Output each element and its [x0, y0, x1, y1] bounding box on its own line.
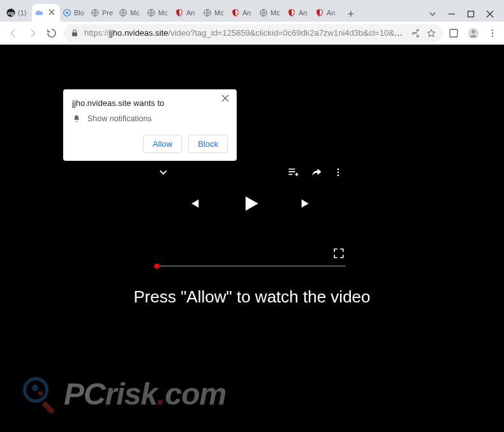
watermark-text: PCrisk.com: [64, 376, 226, 412]
tab-title: An: [327, 9, 335, 17]
tab-title: Mc: [214, 9, 224, 17]
shield-favicon: [231, 8, 240, 17]
progress-bar[interactable]: [154, 265, 346, 267]
tab-title: Blo: [74, 9, 84, 17]
chevron-down-icon[interactable]: [429, 10, 436, 18]
tab-title: Mc: [158, 9, 168, 17]
close-icon[interactable]: [221, 94, 230, 103]
svg-rect-10: [72, 32, 77, 36]
tab-9[interactable]: Mc: [256, 4, 285, 22]
cloud-favicon: [34, 8, 43, 17]
toolbar: https://jjho.nvideas.site/video?tag_id=1…: [0, 22, 504, 45]
shield-favicon: [175, 8, 184, 17]
chevron-down-icon[interactable]: [157, 166, 170, 179]
reload-button[interactable]: [45, 26, 59, 40]
new-tab-button[interactable]: +: [343, 6, 359, 22]
address-bar[interactable]: https://jjho.nvideas.site/video?tag_id=1…: [64, 24, 443, 42]
allow-button[interactable]: Allow: [143, 135, 182, 153]
tab-title: (1): [18, 9, 26, 17]
watermark-dot: .: [157, 376, 165, 412]
forward-button[interactable]: [26, 26, 40, 40]
share-forward-icon[interactable]: [310, 166, 323, 179]
maximize-icon[interactable]: [467, 10, 475, 18]
svg-point-13: [471, 29, 475, 33]
toolbar-right: [448, 27, 498, 40]
tab-title: Pre: [102, 9, 113, 17]
instruction-text: Press "Allow" to watch the video: [0, 287, 504, 307]
svg-point-3: [66, 11, 68, 14]
page-content: Press "Allow" to watch the video jjho.nv…: [0, 45, 504, 432]
tabs-row: og (1) Blo Pre: [0, 0, 419, 22]
tab-6[interactable]: An: [172, 4, 200, 22]
tab-title: An: [186, 9, 195, 17]
tab-1-active[interactable]: [32, 4, 60, 22]
shield-favicon: [287, 8, 296, 17]
tab-8[interactable]: An: [228, 4, 256, 22]
lock-icon: [70, 29, 79, 38]
player-controls: [154, 193, 346, 214]
menu-dots-icon[interactable]: [487, 28, 498, 38]
svg-text:og: og: [8, 10, 14, 16]
notif-message: Show notifications: [87, 114, 152, 123]
svg-rect-9: [468, 11, 474, 17]
svg-point-17: [337, 168, 339, 170]
minimize-icon[interactable]: [448, 10, 456, 18]
notification-prompt: jjho.nvideas.site wants to Show notifica…: [63, 89, 237, 161]
globe-blue-favicon: [63, 8, 71, 17]
watermark-com: com: [165, 376, 226, 412]
video-player[interactable]: [154, 166, 346, 267]
globe-favicon: [91, 8, 100, 17]
watermark-risk: risk: [105, 376, 157, 412]
progress-handle[interactable]: [154, 264, 159, 269]
back-button[interactable]: [6, 26, 20, 40]
svg-rect-11: [450, 29, 457, 37]
magnifier-icon: [22, 376, 57, 412]
tab-11[interactable]: An: [313, 4, 341, 22]
watermark: PCrisk.com: [22, 376, 226, 412]
og-favicon: og: [6, 8, 15, 17]
star-icon[interactable]: [426, 28, 436, 38]
window-controls: [419, 10, 504, 22]
plus-icon: +: [348, 8, 355, 21]
tab-title: Mc: [130, 9, 140, 17]
block-button[interactable]: Block: [188, 135, 228, 153]
url-prefix: https://: [84, 28, 109, 38]
globe-favicon: [203, 8, 212, 17]
shield-favicon: [315, 8, 324, 17]
tab-2[interactable]: Blo: [60, 4, 88, 22]
svg-point-18: [337, 172, 339, 174]
notif-buttons: Allow Block: [72, 135, 228, 153]
close-tab-icon[interactable]: [48, 9, 56, 17]
tab-title: An: [242, 9, 251, 17]
play-icon[interactable]: [239, 193, 261, 214]
extensions-icon[interactable]: [448, 27, 459, 39]
tab-5[interactable]: Mc: [144, 4, 172, 22]
tab-4[interactable]: Mc: [116, 4, 144, 22]
svg-point-15: [492, 32, 493, 33]
tab-title: Mc: [271, 9, 280, 17]
svg-point-19: [337, 174, 339, 176]
tab-0[interactable]: og (1): [4, 4, 32, 22]
watermark-pc: PC: [64, 376, 105, 412]
next-track-icon[interactable]: [299, 197, 313, 211]
url-text: https://jjho.nvideas.site/video?tag_id=1…: [84, 28, 406, 38]
playlist-add-icon[interactable]: [287, 166, 300, 179]
svg-point-14: [492, 29, 493, 31]
tab-3[interactable]: Pre: [88, 4, 116, 22]
share-icon[interactable]: [411, 28, 421, 38]
globe-favicon: [259, 8, 268, 17]
tab-7[interactable]: Mc: [200, 4, 228, 22]
profile-icon[interactable]: [467, 27, 480, 40]
notif-host: jjho.nvideas.site wants to: [72, 98, 228, 108]
close-window-icon[interactable]: [486, 10, 494, 18]
svg-point-16: [492, 35, 493, 36]
titlebar: og (1) Blo Pre: [0, 0, 504, 22]
player-bottom: [154, 248, 346, 267]
previous-track-icon[interactable]: [187, 197, 201, 211]
fullscreen-icon[interactable]: [333, 248, 345, 259]
player-top-bar: [154, 166, 346, 179]
tab-title: An: [299, 9, 307, 17]
tab-10[interactable]: An: [285, 4, 313, 22]
bell-icon: [72, 114, 81, 123]
more-vert-icon[interactable]: [333, 167, 343, 178]
